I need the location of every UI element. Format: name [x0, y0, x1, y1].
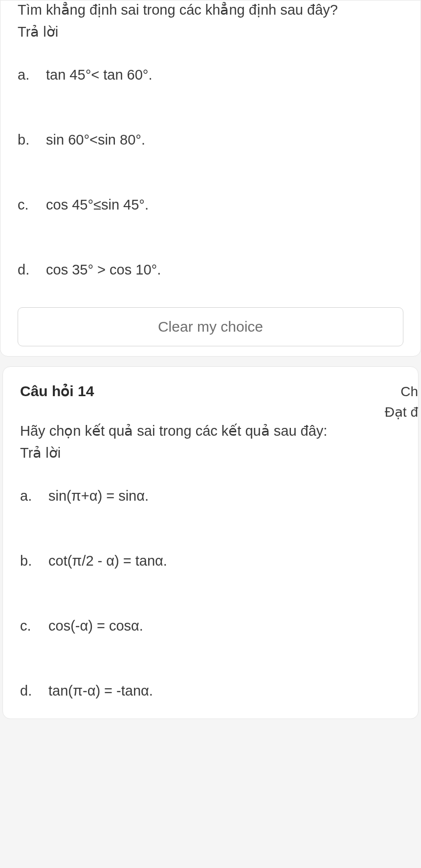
- answer-label-13: Trả lời: [18, 23, 403, 40]
- clear-button-wrapper: Clear my choice: [18, 307, 403, 346]
- option-letter: c.: [20, 618, 48, 634]
- option-letter: d.: [20, 683, 48, 699]
- option-letter: c.: [18, 197, 46, 213]
- status-line-2: Đạt đ: [385, 402, 418, 423]
- option-13-a[interactable]: a. tan 45°< tan 60°.: [18, 67, 403, 83]
- status-line-1: Ch: [385, 381, 418, 402]
- question-14-title: Câu hỏi 14: [20, 382, 94, 400]
- option-letter: a.: [20, 488, 48, 504]
- option-text: cos 35° > cos 10°.: [46, 262, 161, 278]
- question-14-body: Hãy chọn kết quả sai trong các kết quả s…: [20, 422, 401, 699]
- option-text: sin(π+α) = sinα.: [48, 488, 149, 504]
- question-13-card: Tìm khẳng định sai trong các khẳng định …: [0, 0, 421, 357]
- options-container-14: a. sin(π+α) = sinα. b. cot(π/2 - α) = ta…: [20, 488, 401, 699]
- option-14-c[interactable]: c. cos(-α) = cosα.: [20, 618, 401, 634]
- question-14-prompt: Hãy chọn kết quả sai trong các kết quả s…: [20, 422, 401, 441]
- clear-choice-button[interactable]: Clear my choice: [18, 307, 403, 346]
- option-text: cos 45°≤sin 45°.: [46, 197, 149, 213]
- option-letter: b.: [20, 553, 48, 569]
- option-letter: a.: [18, 67, 46, 83]
- option-text: cos(-α) = cosα.: [48, 618, 143, 634]
- question-14-header: Câu hỏi 14 Ch Đạt đ: [20, 381, 401, 400]
- option-letter: d.: [18, 262, 46, 278]
- option-13-b[interactable]: b. sin 60°<sin 80°.: [18, 132, 403, 148]
- option-13-d[interactable]: d. cos 35° > cos 10°.: [18, 262, 403, 278]
- option-letter: b.: [18, 132, 46, 148]
- answer-label-14: Trả lời: [20, 445, 401, 461]
- option-text: tan(π-α) = -tanα.: [48, 683, 153, 699]
- option-13-c[interactable]: c. cos 45°≤sin 45°.: [18, 197, 403, 213]
- option-14-d[interactable]: d. tan(π-α) = -tanα.: [20, 683, 401, 699]
- option-text: cot(π/2 - α) = tanα.: [48, 553, 167, 569]
- question-14-status: Ch Đạt đ: [385, 381, 418, 423]
- question-13-prompt: Tìm khẳng định sai trong các khẳng định …: [18, 0, 403, 20]
- option-14-a[interactable]: a. sin(π+α) = sinα.: [20, 488, 401, 504]
- options-container-13: a. tan 45°< tan 60°. b. sin 60°<sin 80°.…: [18, 67, 403, 278]
- option-text: tan 45°< tan 60°.: [46, 67, 153, 83]
- option-text: sin 60°<sin 80°.: [46, 132, 145, 148]
- option-14-b[interactable]: b. cot(π/2 - α) = tanα.: [20, 553, 401, 569]
- question-14-card: Câu hỏi 14 Ch Đạt đ Hãy chọn kết quả sai…: [2, 366, 419, 719]
